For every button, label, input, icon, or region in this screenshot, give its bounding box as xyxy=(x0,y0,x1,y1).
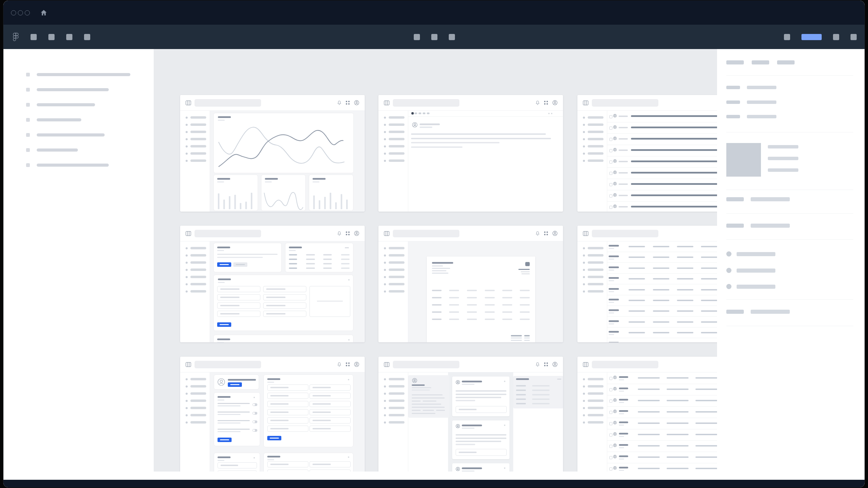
line-chart-placeholder xyxy=(216,125,351,171)
frame-thumbnail-mail-detail[interactable] xyxy=(378,95,563,212)
mini-nav-item xyxy=(577,252,607,259)
layer-label-bar xyxy=(37,133,105,136)
frame-thumbnail-user-table[interactable] xyxy=(577,357,717,472)
layer-list-item[interactable] xyxy=(3,82,154,97)
sender-meta-bar xyxy=(420,127,432,128)
mini-nav-item xyxy=(577,273,607,281)
nav-label-bar xyxy=(389,116,404,119)
name-bar xyxy=(619,455,628,457)
property-label-bar xyxy=(726,224,744,228)
tool-button[interactable] xyxy=(851,34,857,40)
inspector-tab[interactable] xyxy=(752,60,769,64)
name-bar xyxy=(619,433,628,435)
mini-sidebar xyxy=(378,111,408,212)
mini-search-bar xyxy=(393,230,459,237)
toolbar-square xyxy=(411,112,414,115)
layer-list-item[interactable] xyxy=(3,97,154,112)
table-cell-bar xyxy=(520,290,530,291)
tool-button[interactable] xyxy=(833,34,839,40)
upload-box xyxy=(309,286,350,317)
preview-bar xyxy=(619,195,628,196)
table-cell-bar xyxy=(467,319,477,320)
layer-icon xyxy=(26,103,30,107)
nav-dot-icon xyxy=(186,378,188,380)
tool-button[interactable] xyxy=(414,34,420,40)
frame-thumbnail-dashboard[interactable] xyxy=(180,95,365,212)
nav-label-bar xyxy=(190,283,206,285)
tool-button[interactable] xyxy=(431,34,437,40)
layer-list-item[interactable] xyxy=(3,127,154,142)
nav-label-bar xyxy=(190,290,206,293)
columns-icon xyxy=(186,362,191,367)
subject-bar xyxy=(631,172,717,174)
mini-nav-item xyxy=(577,419,607,426)
nav-dot-icon xyxy=(583,283,585,285)
subject-bar xyxy=(631,194,717,196)
layer-list-item[interactable] xyxy=(3,112,154,127)
layer-list-item[interactable] xyxy=(3,157,154,172)
divider xyxy=(607,429,717,429)
window-control-circle[interactable] xyxy=(11,10,16,15)
window-control-circle[interactable] xyxy=(18,10,23,15)
mini-nav-item xyxy=(180,376,210,383)
columns-icon xyxy=(583,231,588,236)
nav-label-bar xyxy=(389,400,404,402)
feed-post-card xyxy=(452,420,509,459)
checkbox xyxy=(609,422,612,425)
layer-list-item[interactable] xyxy=(3,142,154,157)
divider xyxy=(607,252,717,252)
toggle-switch xyxy=(253,420,257,423)
radio-dot-icon[interactable] xyxy=(726,284,731,289)
meta-bar xyxy=(619,436,624,437)
window-control-circle[interactable] xyxy=(25,10,30,15)
home-icon[interactable] xyxy=(40,10,47,16)
mini-nav-item xyxy=(180,281,210,288)
preview-bar xyxy=(619,172,628,174)
mini-nav-item xyxy=(378,273,408,281)
tool-button[interactable] xyxy=(66,34,72,40)
radio-dot-icon[interactable] xyxy=(726,251,731,257)
table-cell-bar xyxy=(323,259,332,260)
mini-nav-item xyxy=(378,281,408,288)
frame-thumbnail-profile-settings[interactable] xyxy=(180,357,365,472)
widget-title-bar xyxy=(516,378,529,380)
table-cell-bar xyxy=(502,319,512,320)
grid-dots-icon xyxy=(346,101,350,105)
nav-label-bar xyxy=(190,276,206,278)
toggle-switch xyxy=(253,412,257,415)
tool-button[interactable] xyxy=(784,34,790,40)
nav-dot-icon xyxy=(186,393,188,395)
share-button[interactable] xyxy=(801,34,822,40)
inspector-tab[interactable] xyxy=(726,60,744,64)
tool-button[interactable] xyxy=(31,34,37,40)
card-subtitle-bar xyxy=(218,120,225,121)
table-cell-bar xyxy=(467,304,477,306)
user-circle-icon xyxy=(552,100,558,105)
inspector-tab[interactable] xyxy=(777,60,795,64)
frame-thumbnail-invoice[interactable] xyxy=(378,226,563,342)
user-name-bar xyxy=(228,379,256,381)
radio-dot-icon[interactable] xyxy=(726,268,731,273)
meta-bar xyxy=(619,402,624,403)
layer-list-item[interactable] xyxy=(3,67,154,82)
nav-label-bar xyxy=(190,261,206,264)
frame-thumbnail-mail-list[interactable] xyxy=(577,95,717,212)
cell-bar xyxy=(677,310,693,312)
checkbox xyxy=(609,206,612,209)
nav-dot-icon xyxy=(583,247,585,249)
frame-thumbnail-settings-form[interactable] xyxy=(180,226,365,342)
canvas-surface[interactable] xyxy=(154,49,717,472)
nav-label-bar xyxy=(588,290,603,293)
user-avatar-icon xyxy=(613,170,617,174)
design-canvas[interactable] xyxy=(154,49,717,480)
tool-button[interactable] xyxy=(449,34,455,40)
cell-bar xyxy=(653,278,669,279)
frame-thumbnail-social-feed[interactable] xyxy=(378,357,563,472)
figma-logo-icon[interactable] xyxy=(13,33,19,41)
feed-post-card xyxy=(452,377,509,416)
tool-button[interactable] xyxy=(48,34,55,40)
nav-dot-icon xyxy=(384,262,386,264)
frame-thumbnail-data-table[interactable] xyxy=(577,226,717,342)
tool-button[interactable] xyxy=(84,34,90,40)
nav-dot-icon xyxy=(384,124,386,126)
